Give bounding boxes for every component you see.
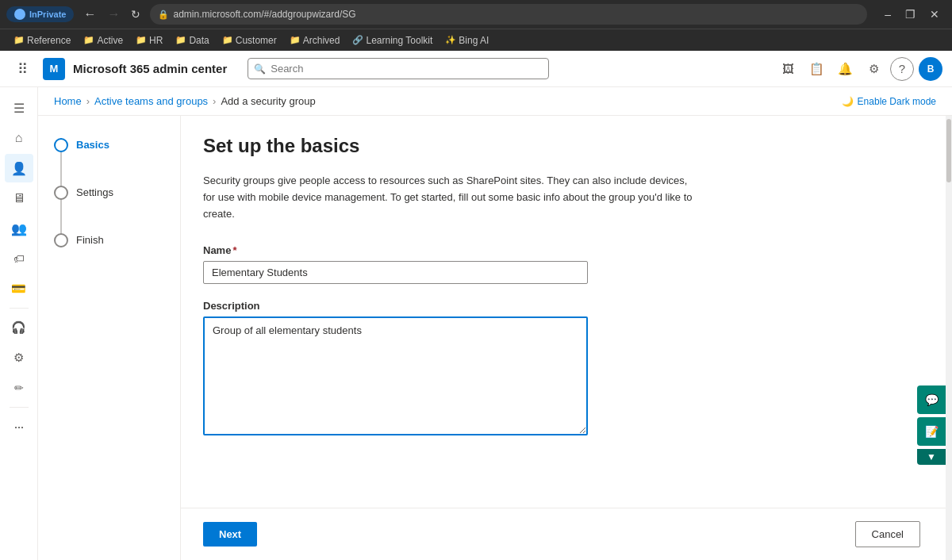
description-field-group: Description Group of all elementary stud… [203,300,920,435]
dark-mode-toggle[interactable]: 🌙 Enable Dark mode [842,96,936,107]
breadcrumb-current: Add a security group [221,95,315,107]
step-circle-settings [54,186,68,200]
inprivate-icon [14,9,25,20]
lock-icon: 🔒 [158,10,169,20]
browser-nav-controls: ← → ↻ [79,6,145,23]
breadcrumb-home[interactable]: Home [54,95,82,107]
app-title: Microsoft 365 admin center [73,62,227,75]
nav-expand-icon[interactable]: ☰ [5,94,33,122]
bookmark-folder-icon: 📁 [13,35,25,45]
step-connector-1 [60,152,62,186]
scroll-thumb[interactable] [946,119,951,182]
bookmark-bing[interactable]: ✨ Bing AI [440,33,494,48]
checklist-icon[interactable]: 📋 [804,57,828,81]
bookmark-archived[interactable]: 📁 Archived [284,33,346,48]
bookmark-folder-icon: 📁 [136,35,147,45]
app-topbar: ⠿ M Microsoft 365 admin center 🔍 🖼 📋 🔔 ⚙… [0,51,952,87]
step-circle-basics [54,138,68,152]
form-description: Security groups give people access to re… [203,173,695,222]
right-widgets: 💬 📝 ▼ [917,385,946,465]
name-input[interactable] [203,261,588,284]
refresh-button[interactable]: ↻ [126,6,145,22]
scroll-track [946,116,952,560]
close-button[interactable]: ✕ [923,6,946,22]
wizard-footer: Next Cancel [181,508,952,560]
nav-settings-icon[interactable]: ⚙ [5,343,33,372]
search-wrapper: 🔍 [248,58,549,79]
next-button[interactable]: Next [203,522,257,547]
step-circle-finish [54,233,68,247]
breadcrumb-sep-1: › [86,95,90,107]
bookmark-data[interactable]: 📁 Data [170,33,214,48]
minimize-button[interactable]: – [878,6,897,22]
step-label-finish: Finish [76,233,104,246]
bookmark-folder-icon: 📁 [222,35,233,45]
cancel-button[interactable]: Cancel [855,521,920,547]
nav-devices-icon[interactable]: 🖥 [5,184,33,213]
app-logo: M [43,58,65,80]
bookmark-active[interactable]: 📁 Active [78,33,129,48]
step-basics: Basics [54,138,164,186]
bookmark-reference[interactable]: 📁 Reference [8,33,76,48]
forward-button[interactable]: → [102,6,125,23]
bookmarks-bar: 📁 Reference 📁 Active 📁 HR 📁 Data 📁 Custo… [0,29,952,51]
bookmark-folder-icon: 📁 [175,35,186,45]
nav-ellipsis-icon[interactable]: ··· [5,412,33,441]
maximize-button[interactable]: ❐ [899,6,922,22]
main-content: Home › Active teams and groups › Add a s… [38,87,952,560]
bookmark-hr[interactable]: 📁 HR [130,33,168,48]
avatar[interactable]: B [919,57,942,81]
wizard-area: Basics Settings Finish [38,116,952,560]
help-icon[interactable]: ? [890,57,914,81]
browser-chrome: InPrivate ← → ↻ 🔒 admin.microsoft.com/#/… [0,0,952,29]
breadcrumb-sep-2: › [213,95,216,107]
bookmark-link-icon: 🔗 [352,35,363,45]
settings-icon[interactable]: ⚙ [862,57,885,81]
bookmark-customer[interactable]: 📁 Customer [217,33,282,48]
address-bar[interactable]: 🔒 admin.microsoft.com/#/addgroupwizard/S… [150,4,867,25]
bookmark-folder-icon: 📁 [290,35,301,45]
nav-home-icon[interactable]: ⌂ [5,124,33,152]
chat-widget-icon[interactable]: 💬 [917,385,946,414]
nav-support-icon[interactable]: 🎧 [5,313,33,342]
wizard-steps-sidebar: Basics Settings Finish [38,116,181,560]
nav-groups-icon[interactable]: 👥 [5,214,33,243]
search-icon: 🔍 [254,63,266,75]
bookmark-folder-icon: 📁 [83,35,94,45]
search-input[interactable] [248,58,549,79]
step-connector-2 [60,200,62,233]
page-title: Set up the basics [203,135,920,157]
nav-separator [10,308,29,309]
step-finish: Finish [54,233,164,247]
bookmark-bing-icon: ✨ [445,35,456,45]
wizard-form-content: Set up the basics Security groups give p… [181,116,952,560]
media-icon[interactable]: 🖼 [776,57,800,81]
feedback-widget-icon[interactable]: 📝 [917,417,946,446]
step-settings: Settings [54,186,164,233]
inprivate-badge[interactable]: InPrivate [6,6,74,22]
back-button[interactable]: ← [79,6,101,23]
name-field-group: Name* [203,244,920,284]
breadcrumb: Home › Active teams and groups › Add a s… [54,95,316,107]
widget-expand-icon[interactable]: ▼ [917,449,946,465]
nav-user-icon[interactable]: 👤 [5,154,33,182]
nav-separator-2 [10,407,29,408]
bookmark-learning[interactable]: 🔗 Learning Toolkit [347,33,438,48]
page-header: Home › Active teams and groups › Add a s… [38,87,952,116]
required-marker: * [232,244,236,256]
name-label: Name* [203,244,920,256]
nav-billing-icon[interactable]: 💳 [5,274,33,303]
nav-customize-icon[interactable]: ✏ [5,374,33,402]
nav-roles-icon[interactable]: 🏷 [5,244,33,273]
left-nav: ☰ ⌂ 👤 🖥 👥 🏷 💳 🎧 ⚙ ✏ ··· [0,87,38,560]
breadcrumb-active-teams[interactable]: Active teams and groups [94,95,208,107]
moon-icon: 🌙 [842,96,854,107]
description-label: Description [203,300,920,312]
step-label-basics: Basics [76,138,109,151]
bell-icon[interactable]: 🔔 [833,57,857,81]
browser-window-controls: – ❐ ✕ [878,6,946,22]
topbar-actions: 🖼 📋 🔔 ⚙ ? B [776,57,942,81]
step-label-settings: Settings [76,186,113,198]
waffle-menu-icon[interactable]: ⠿ [10,56,35,82]
description-textarea[interactable]: Group of all elementary students [203,316,588,435]
